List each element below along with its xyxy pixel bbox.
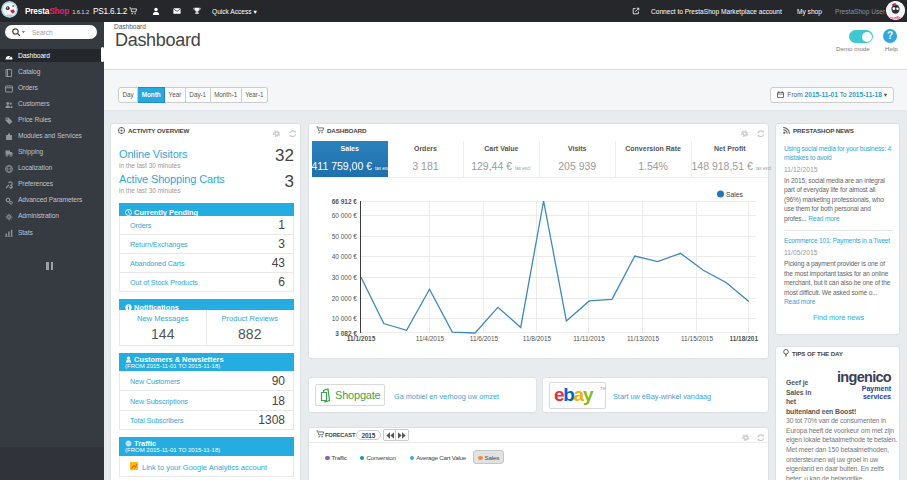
svg-text:11/11/2015: 11/11/2015 — [573, 335, 605, 342]
svg-text:11/6/2015: 11/6/2015 — [470, 335, 499, 342]
svg-text:60 000 €: 60 000 € — [332, 212, 358, 219]
svg-text:Sales: Sales — [726, 191, 744, 198]
svg-text:11/8/2015: 11/8/2015 — [523, 335, 552, 342]
svg-text:PrestaShop: PrestaShop — [887, 16, 904, 20]
svg-text:66 912 €: 66 912 € — [332, 198, 358, 205]
svg-text:11/1/2015: 11/1/2015 — [347, 335, 376, 342]
svg-text:11/4/2015: 11/4/2015 — [416, 335, 445, 342]
svg-text:11/15/2015: 11/15/2015 — [681, 335, 713, 342]
svg-text:30 000 €: 30 000 € — [332, 274, 358, 281]
svg-text:11/18/201: 11/18/201 — [729, 335, 758, 342]
svg-text:40 000 €: 40 000 € — [332, 253, 358, 260]
svg-text:20 000 €: 20 000 € — [332, 295, 358, 302]
svg-text:50 000 €: 50 000 € — [332, 233, 358, 240]
svg-text:11/13/2015: 11/13/2015 — [627, 335, 659, 342]
svg-text:10 000 €: 10 000 € — [332, 315, 358, 322]
